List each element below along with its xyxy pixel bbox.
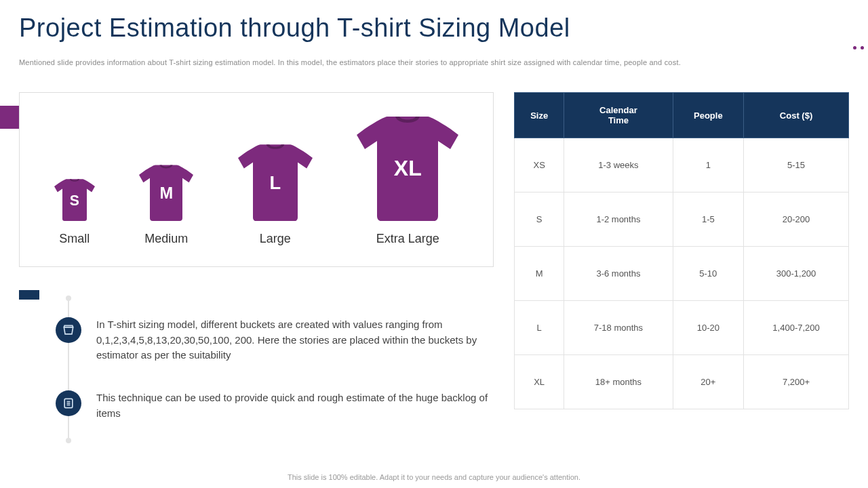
table-cell: L: [515, 301, 564, 355]
decorative-dots: [853, 46, 864, 49]
table-cell: XL: [515, 355, 564, 409]
table-row: XL18+ months20+7,200+: [515, 355, 849, 409]
tshirt-letter: XL: [394, 157, 422, 182]
tshirt-icon: L: [238, 143, 313, 222]
table-cell: 5-15: [744, 138, 849, 192]
tshirt-column-m: M Medium: [139, 164, 193, 246]
accent-bar: [0, 106, 19, 129]
table-cell: 1-5: [673, 192, 744, 247]
table-cell: 20+: [673, 355, 744, 409]
table-cell: S: [515, 192, 564, 247]
table-header: Size: [515, 93, 564, 138]
tshirt-column-s: S Small: [54, 178, 95, 246]
tshirt-icon: M: [139, 164, 193, 221]
table-cell: 18+ months: [564, 355, 673, 409]
description-row-2: This technique can be used to provide qu…: [56, 390, 490, 421]
description-row-1: In T-shirt sizing model, different bucke…: [56, 317, 490, 363]
tshirt-column-l: L Large: [238, 143, 313, 247]
table-cell: XS: [515, 138, 564, 192]
page-subtitle: Mentioned slide provides information abo…: [19, 58, 681, 66]
table-cell: 3-6 months: [564, 247, 673, 301]
tshirt-letter: L: [269, 172, 281, 194]
table-cell: 1-2 months: [564, 192, 673, 247]
table-row: M3-6 months5-10300-1,200: [515, 247, 849, 301]
table-header: CalendarTime: [564, 93, 673, 138]
tshirt-label: Large: [260, 232, 291, 246]
checklist-icon: [56, 390, 81, 416]
table-row: XS1-3 weeks15-15: [515, 138, 849, 192]
table-cell: 300-1,200: [744, 247, 849, 301]
table-cell: 1,400-7,200: [744, 301, 849, 355]
table-cell: 5-10: [673, 247, 744, 301]
table-cell: 7,200+: [744, 355, 849, 409]
footer-note: This slide is 100% editable. Adapt it to…: [0, 473, 868, 481]
accent-block: [19, 290, 39, 300]
tshirt-icon: S: [54, 178, 95, 221]
description-text-1: In T-shirt sizing model, different bucke…: [96, 317, 490, 363]
tshirt-column-xl: XL Extra Large: [357, 115, 458, 247]
table-header: People: [673, 93, 744, 138]
tshirt-size-card: S Small M Medium L Large XL Extra Large: [19, 92, 494, 267]
sizing-table: SizeCalendarTimePeopleCost ($)XS1-3 week…: [514, 92, 849, 409]
tshirt-letter: M: [159, 184, 173, 203]
table-cell: 1: [673, 138, 744, 192]
table-cell: 7-18 months: [564, 301, 673, 355]
tshirt-label: Extra Large: [376, 232, 439, 246]
table-cell: 20-200: [744, 192, 849, 247]
table-header: Cost ($): [744, 93, 849, 138]
tshirt-label: Small: [59, 232, 90, 246]
table-row: L7-18 months10-201,400-7,200: [515, 301, 849, 355]
table-row: S1-2 months1-520-200: [515, 192, 849, 247]
table-cell: 10-20: [673, 301, 744, 355]
description-text-2: This technique can be used to provide qu…: [96, 390, 490, 421]
tshirt-letter: S: [70, 192, 79, 209]
tshirt-label: Medium: [144, 232, 188, 246]
table-cell: 1-3 weeks: [564, 138, 673, 192]
page-title: Project Estimation through T-shirt Sizin…: [19, 14, 570, 43]
bucket-icon: [56, 317, 81, 343]
table-cell: M: [515, 247, 564, 301]
tshirt-icon: XL: [357, 115, 458, 222]
